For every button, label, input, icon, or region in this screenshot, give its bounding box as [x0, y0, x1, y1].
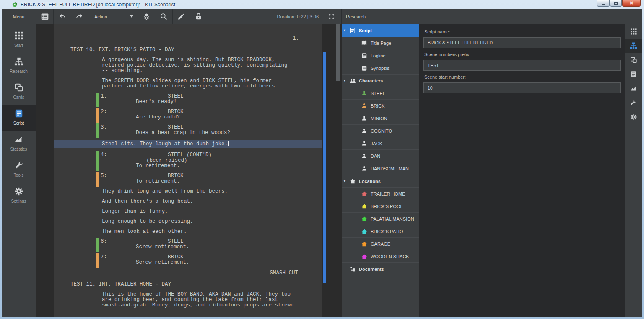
script-block[interactable]: And then there's a long beat. — [54, 199, 322, 204]
cards-icon — [14, 83, 23, 92]
document-icon — [361, 53, 367, 59]
script-block[interactable]: TEST 11. INT. TRAILER HOME - DAY — [54, 281, 322, 287]
script-block[interactable]: 7: BRICK Screw retirement. — [54, 255, 322, 265]
script-block[interactable]: The SCREEN DOOR slides open and DICK STE… — [54, 78, 322, 89]
right-strip-item[interactable] — [625, 95, 642, 110]
person-icon — [361, 90, 367, 96]
script-block[interactable]: Longer than is funny. — [54, 209, 322, 214]
dialogue-number: 1: — [101, 94, 107, 99]
block-lines: And then there's a long beat. — [102, 199, 322, 204]
block-lines: Does a bear crap in the woods? — [136, 130, 322, 136]
sidebar-item[interactable]: Script — [2, 105, 36, 131]
right-strip-item[interactable] — [625, 67, 642, 81]
script-block[interactable]: Long enough to be depressing. — [54, 219, 322, 224]
script-block[interactable]: This is the home of THE BOY BAND, AKA DA… — [54, 292, 322, 308]
script-block[interactable]: 1: STEEL Beer's ready! — [54, 94, 322, 105]
field-label: Script name: — [424, 29, 621, 34]
dialogue-marker — [96, 151, 99, 171]
tree-item[interactable]: ▾ Script — [342, 24, 419, 37]
field-input[interactable]: BRICK & STEEL FULL RETIRED — [423, 37, 621, 48]
right-strip-item[interactable] — [625, 110, 642, 124]
right-strip-item[interactable] — [625, 39, 642, 53]
editor-scrollbar[interactable] — [336, 24, 340, 81]
block-lines: Screw retirement. — [136, 244, 322, 250]
right-strip-item[interactable] — [625, 81, 642, 95]
field-label: Scene start number: — [424, 75, 621, 80]
tree-item[interactable]: ▾ PALATIAL MANSION — [342, 213, 419, 225]
tree-item[interactable]: ▾ GARAGE — [342, 238, 419, 250]
menu-button[interactable]: Menu — [2, 9, 36, 24]
grid-icon — [630, 28, 637, 35]
script-block[interactable]: 5: BRICK To retirement. — [54, 173, 322, 184]
tree-item[interactable]: ▾ STEEL — [342, 87, 419, 100]
redo-button[interactable] — [71, 9, 88, 24]
edit-mode-button[interactable] — [173, 9, 190, 24]
tree-item[interactable]: ▾ HANDSOME MAN — [342, 162, 419, 175]
scene-duration-bar — [323, 52, 326, 283]
script-block[interactable]: 2: BRICK Are they cold? — [54, 109, 322, 120]
script-block[interactable]: Steel sits. They laugh at the dumb joke. — [54, 140, 322, 148]
sidebar-item[interactable]: Settings — [2, 183, 36, 208]
tree-item-label: GARAGE — [371, 242, 390, 247]
script-block[interactable]: A gorgeous day. The sun is shining. But … — [54, 57, 322, 74]
field-input[interactable]: TEST — [423, 60, 621, 71]
close-button[interactable]: ✕ — [622, 0, 641, 7]
person-icon — [361, 103, 367, 108]
tree-item[interactable]: ▾ Title Page — [342, 37, 419, 49]
tree-item-icon — [361, 128, 367, 134]
fullscreen-button[interactable] — [323, 9, 340, 24]
script-block[interactable]: 4: STEEL (CONT'D) (beer raised) To retir… — [54, 152, 322, 169]
tree-item[interactable]: ▾ Logline — [342, 49, 419, 62]
dialogue-marker — [96, 93, 99, 107]
tree-item[interactable]: ▾ COGNITO — [342, 125, 419, 137]
scene-list-button[interactable] — [36, 9, 53, 24]
script-block[interactable]: 3: STEEL Does a bear crap in the woods? — [54, 125, 322, 136]
field-input[interactable]: 10 — [423, 82, 621, 93]
tree-item[interactable]: ▾ Documents — [342, 263, 419, 275]
script-block[interactable]: They drink long and well from the beers. — [54, 189, 322, 194]
script-block[interactable]: The men look at each other. — [54, 229, 322, 234]
tree-item-label: HANDSOME MAN — [371, 166, 409, 171]
minimize-button[interactable] — [597, 0, 610, 7]
editor-page[interactable]: 1. TEST 10. EXT. BRICK'S PATIO - DAY — [54, 24, 322, 317]
sidebar-item[interactable]: Statistics — [2, 131, 36, 157]
maximize-button[interactable] — [610, 0, 622, 7]
expander-icon[interactable]: ▾ — [344, 79, 349, 82]
cards-icon — [630, 57, 637, 64]
tree-item[interactable]: ▾ MINION — [342, 112, 419, 125]
sidebar-item[interactable]: Start — [2, 27, 36, 53]
tree-item[interactable]: ▾ TRAILER HOME — [342, 188, 419, 200]
right-strip-item[interactable] — [625, 24, 642, 39]
search-button[interactable] — [155, 9, 172, 24]
tree-item[interactable]: ▾ DAN — [342, 150, 419, 162]
paragraph-type-dropdown[interactable]: Action — [88, 9, 138, 24]
tree-item-icon — [361, 103, 367, 109]
script-editor[interactable]: 1. TEST 10. EXT. BRICK'S PATIO - DAY — [36, 24, 342, 317]
layers-button[interactable] — [138, 9, 155, 24]
script-block[interactable]: SMASH CUT — [54, 270, 322, 276]
main-content: Start Research — [2, 24, 642, 317]
script-block[interactable]: TEST 10. EXT. BRICK'S PATIO - DAY — [54, 47, 322, 53]
tree-item[interactable]: ▾ WOODEN SHACK — [342, 250, 419, 263]
tree-item[interactable]: ▾ Characters — [342, 75, 419, 87]
lock-button[interactable] — [190, 9, 207, 24]
tree-item-label: Documents — [359, 267, 384, 272]
tree-item-label: Locations — [359, 179, 381, 184]
expander-icon[interactable]: ▾ — [344, 179, 349, 183]
window-controls: ✕ — [597, 0, 641, 7]
tree-item[interactable]: ▾ Locations — [342, 175, 419, 188]
tree-item-label: STEEL — [371, 91, 385, 96]
sidebar-item[interactable]: Research — [2, 53, 36, 79]
tree-item[interactable]: ▾ JACK — [342, 137, 419, 150]
script-block[interactable]: 6: STEEL Screw retirement. — [54, 239, 322, 250]
tree-item[interactable]: ▾ BRICK — [342, 100, 419, 112]
sidebar-item[interactable]: Tools — [2, 157, 36, 183]
tree-item[interactable]: ▾ BRICK'S POOL — [342, 200, 419, 213]
expander-icon[interactable]: ▾ — [344, 28, 349, 32]
tree-item[interactable]: ▾ BRICK'S PATIO — [342, 225, 419, 238]
sidebar-item[interactable]: Cards — [2, 79, 36, 105]
tree-item[interactable]: ▾ Synopsis — [342, 62, 419, 75]
right-strip-item[interactable] — [625, 53, 642, 67]
undo-button[interactable] — [54, 9, 71, 24]
right-icon-strip — [625, 24, 642, 317]
